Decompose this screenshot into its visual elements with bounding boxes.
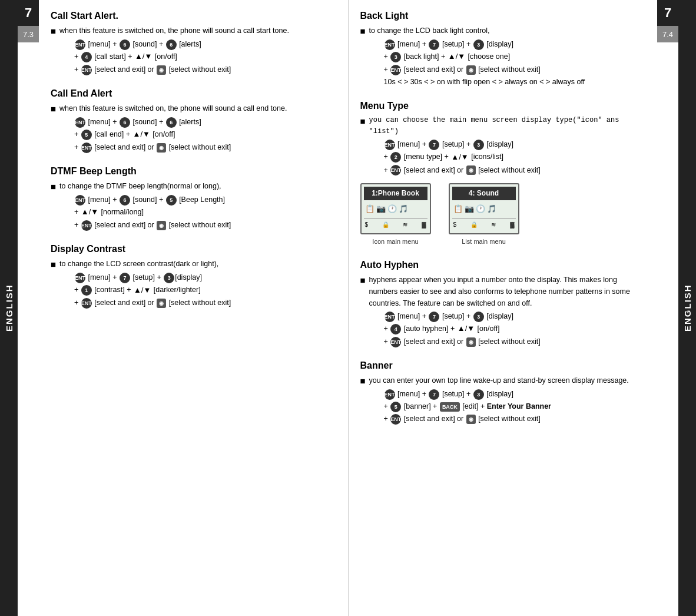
step-ban-2: + 5 [banner] + BACK [edit] + Enter Your … (371, 400, 646, 412)
step-3: + ENT [select and exit] or ◉ [select wit… (61, 64, 336, 75)
enter-icon-dtmf2: ENT (81, 220, 92, 231)
bullet-backlight: ■ to change the LCD back light control, (360, 25, 646, 37)
bullet-text-ah: hyphens appear when you input a number o… (369, 274, 645, 309)
banner-steps: ENT [menu] + 7 [setup] + 3 [display] + 5… (360, 388, 646, 425)
list-footer-signal: ≋ (491, 220, 496, 230)
back-icon-ban: BACK (440, 402, 460, 412)
display-icon-bl: 3 (473, 39, 484, 50)
list-menu-title: 4: Sound (452, 187, 516, 200)
bullet-contrast: ■ to change the LCD screen contrast(dark… (51, 258, 336, 270)
dtmf-steps: ENT [menu] + 6 [sound] + 5 [Beep Length]… (51, 194, 336, 231)
section-call-end-alert: Call End Alert ■ when this feature is sw… (51, 88, 336, 153)
enter-icon-ban2: ENT (390, 414, 401, 425)
setup-icon-mt: 7 (429, 140, 439, 150)
setup-icon-ban: 7 (429, 389, 439, 400)
icon-menu-footer: $ 🔒 ≋ ▓ (364, 218, 427, 231)
autohyphen-icon: 4 (390, 324, 401, 335)
alerts-icon-ce: 6 (166, 117, 177, 128)
section-call-start-alert: Call Start Alert. ■ when this feature is… (51, 11, 336, 75)
call-end-steps: ENT [menu] + 6 [sound] + 6 [alerts] + 5 … (51, 116, 336, 153)
list-icon-4: 🎵 (487, 203, 496, 216)
backlight-note: 10s < > 30s < > on with flip open < > al… (371, 76, 646, 88)
list-menu-screen: 4: Sound 📋 📷 🕐 🎵 $ 🔒 ≋ (449, 183, 519, 234)
backlight-icon: 3 (390, 52, 401, 62)
display-icon-con: 3 (164, 273, 174, 283)
list-icon-2: 📷 (465, 203, 474, 216)
section-auto-hyphen: Auto Hyphen ■ hyphens appear when you in… (360, 260, 646, 347)
nav-arrows-ce: ▲/▼ (133, 128, 150, 141)
call-start-steps: ENT [menu] + 6 [sound] + 6 [alerts] + 4 … (51, 38, 336, 75)
bullet-dtmf: ■ to change the DTMF beep length(normal … (51, 180, 336, 193)
step-bl-2: + 3 [back light] + ▲/▼ [choose one] (371, 51, 646, 63)
bullet-text-4: to change the LCD screen contrast(dark o… (59, 258, 218, 270)
setup-icon-ah: 7 (429, 312, 439, 322)
display-icon-ban: 3 (473, 389, 484, 400)
enter-icon-ban: ENT (385, 389, 395, 400)
step-dtmf-1: ENT [menu] + 6 [sound] + 5 [Beep Length] (61, 194, 336, 206)
icon-menu-title: 1:Phone Book (364, 187, 427, 200)
bullet-sym-ban: ■ (360, 375, 366, 387)
setup-icon-bl: 7 (429, 39, 439, 50)
beep-icon: 5 (166, 195, 177, 206)
section-body-call-start: ■ when this feature is switched on, the … (51, 25, 336, 75)
nav-arrows-dtmf: ▲/▼ (81, 206, 98, 218)
right-column: Back Light ■ to change the LCD back ligh… (349, 0, 658, 616)
section-body-autohyphen: ■ hyphens appear when you input a number… (360, 274, 646, 347)
bullet-banner: ■ you can enter your own top line wake-u… (360, 375, 646, 387)
section-banner: Banner ■ you can enter your own top line… (360, 360, 646, 425)
icon-2: 📷 (376, 203, 386, 216)
bullet-sym-ah: ■ (360, 274, 366, 286)
list-footer-dollar: $ (453, 220, 457, 230)
step-ce-2: + 5 [call end] + ▲/▼ [on/off] (61, 128, 336, 141)
menutype-steps: ENT [menu] + 7 [setup] + 3 [display] + 2… (360, 138, 646, 175)
icon-menu-icons: 📋 📷 🕐 🎵 (364, 202, 427, 217)
step-ce-3: + ENT [select and exit] or ◉ [select wit… (61, 141, 336, 153)
right-side-tab: ENGLISH (678, 0, 696, 616)
section-body-backlight: ■ to change the LCD back light control, … (360, 25, 646, 88)
left-page-num-top: 7 (18, 0, 39, 26)
step-mt-1: ENT [menu] + 7 [setup] + 3 [display] (371, 138, 646, 150)
sound-icon-ce: 6 (120, 117, 130, 128)
list-footer-lock: 🔒 (470, 220, 478, 230)
step-bl-3: + ENT [select and exit] or ◉ [select wit… (371, 64, 646, 75)
section-title-banner: Banner (360, 360, 646, 371)
step-1: ENT [menu] + 6 [sound] + 6 [alerts] (61, 38, 336, 50)
section-menu-type: Menu Type ■ you can choose the main menu… (360, 101, 646, 247)
icon-menu-image-container: 1:Phone Book 📋 📷 🕐 🎵 $ 🔒 ≋ (360, 183, 431, 247)
icon-4: 🎵 (399, 203, 408, 216)
enter-icon: ENT (75, 39, 85, 50)
banner-icon: 5 (390, 402, 401, 412)
section-title-menutype: Menu Type (360, 101, 646, 111)
nav-arrows-bl: ▲/▼ (448, 51, 465, 63)
step-con-2: + 1 [contrast] + ▲/▼ [darker/lighter] (61, 284, 336, 296)
section-title-backlight: Back Light (360, 11, 646, 21)
bullet-text-bl: to change the LCD back light control, (369, 25, 490, 37)
step-ah-1: ENT [menu] + 7 [setup] + 3 [display] (371, 310, 646, 322)
icon-1: 📋 (365, 203, 374, 216)
bullet-call-start: ■ when this feature is switched on, the … (51, 25, 336, 37)
step-bl-1: ENT [menu] + 7 [setup] + 3 [display] (371, 38, 646, 50)
select-icon-ban: ◉ (466, 415, 476, 424)
bullet-sym-3: ■ (51, 180, 56, 193)
right-page-num-bottom: 7.4 (657, 26, 678, 42)
icon-menu-label: Icon main menu (360, 237, 431, 247)
step-dtmf-3: + ENT [select and exit] or ◉ [select wit… (61, 219, 336, 231)
step-ah-3: + ENT [select and exit] or ◉ [select wit… (371, 336, 646, 347)
list-menu-image-container: 4: Sound 📋 📷 🕐 🎵 $ 🔒 ≋ (449, 183, 519, 247)
step-ce-1: ENT [menu] + 6 [sound] + 6 [alerts] (61, 116, 336, 128)
bullet-text-mt: you can choose the main menu screen disp… (369, 115, 645, 137)
right-page-num-bar: 7 7.4 (657, 0, 678, 616)
right-page-num-top: 7 (657, 0, 678, 26)
section-title-call-end: Call End Alert (51, 88, 336, 99)
enter-icon-ce: ENT (75, 117, 85, 128)
bullet-sym: ■ (51, 25, 56, 37)
alerts-icon: 6 (166, 39, 177, 50)
step-ah-2: + 4 [auto hyphen] + ▲/▼ [on/off] (371, 323, 646, 335)
footer-lock: 🔒 (382, 220, 389, 230)
section-backlight: Back Light ■ to change the LCD back ligh… (360, 11, 646, 88)
bullet-text-ban: you can enter your own top line wake-up … (369, 375, 629, 386)
enter-icon-bl2: ENT (390, 65, 401, 75)
bullet-text-2: when this feature is switched on, the ph… (59, 102, 287, 114)
footer-battery: ▓ (422, 220, 426, 230)
contrast-steps: ENT [menu] + 7 [setup] + 3[display] + 1 … (51, 271, 336, 309)
